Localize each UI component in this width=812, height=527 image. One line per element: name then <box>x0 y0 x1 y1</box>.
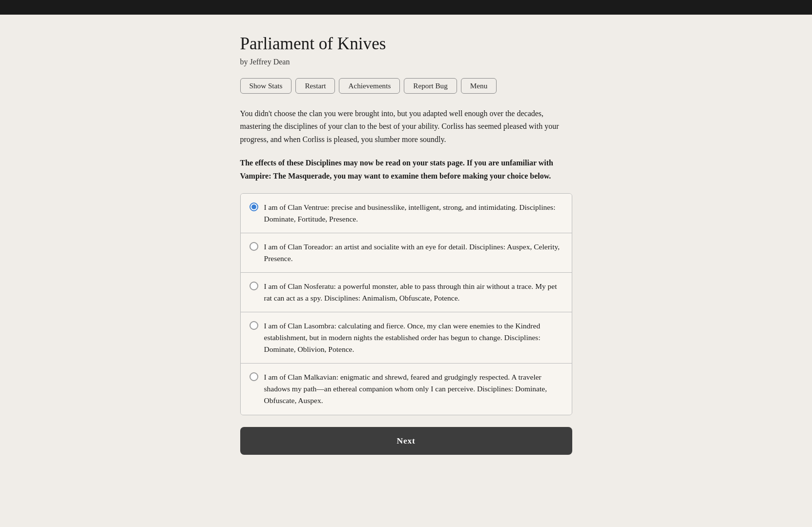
choice-text-lasombra: I am of Clan Lasombra: calculating and f… <box>264 320 563 355</box>
radio-toreador <box>250 242 258 251</box>
choice-malkavian[interactable]: I am of Clan Malkavian: enigmatic and sh… <box>241 364 572 414</box>
report-bug-button[interactable]: Report Bug <box>404 78 457 94</box>
choice-text-ventrue: I am of Clan Ventrue: precise and busine… <box>264 202 563 225</box>
show-stats-button[interactable]: Show Stats <box>240 78 292 94</box>
choice-nosferatu[interactable]: I am of Clan Nosferatu: a powerful monst… <box>241 273 572 312</box>
choice-lasombra[interactable]: I am of Clan Lasombra: calculating and f… <box>241 312 572 364</box>
achievements-button[interactable]: Achievements <box>339 78 400 94</box>
choice-text-malkavian: I am of Clan Malkavian: enigmatic and sh… <box>264 371 563 406</box>
toolbar: Show StatsRestartAchievementsReport BugM… <box>240 78 572 94</box>
choice-toreador[interactable]: I am of Clan Toreador: an artist and soc… <box>241 233 572 273</box>
choice-text-toreador: I am of Clan Toreador: an artist and soc… <box>264 241 563 264</box>
game-title: Parliament of Knives <box>240 34 572 54</box>
top-bar <box>0 0 812 15</box>
narrative-paragraph2: The effects of these Disciplines may now… <box>240 157 572 182</box>
narrative-paragraph1: You didn't choose the clan you were brou… <box>240 107 572 146</box>
choices-container: I am of Clan Ventrue: precise and busine… <box>240 193 572 415</box>
choice-text-nosferatu: I am of Clan Nosferatu: a powerful monst… <box>264 281 563 304</box>
menu-button[interactable]: Menu <box>461 78 497 94</box>
page-content: Parliament of Knives by Jeffrey Dean Sho… <box>230 15 582 484</box>
choice-ventrue[interactable]: I am of Clan Ventrue: precise and busine… <box>241 194 572 233</box>
radio-ventrue <box>250 203 258 211</box>
next-button[interactable]: Next <box>240 427 572 455</box>
game-author: by Jeffrey Dean <box>240 58 572 66</box>
radio-malkavian <box>250 372 258 381</box>
restart-button[interactable]: Restart <box>295 78 335 94</box>
radio-lasombra <box>250 321 258 330</box>
radio-nosferatu <box>250 282 258 290</box>
